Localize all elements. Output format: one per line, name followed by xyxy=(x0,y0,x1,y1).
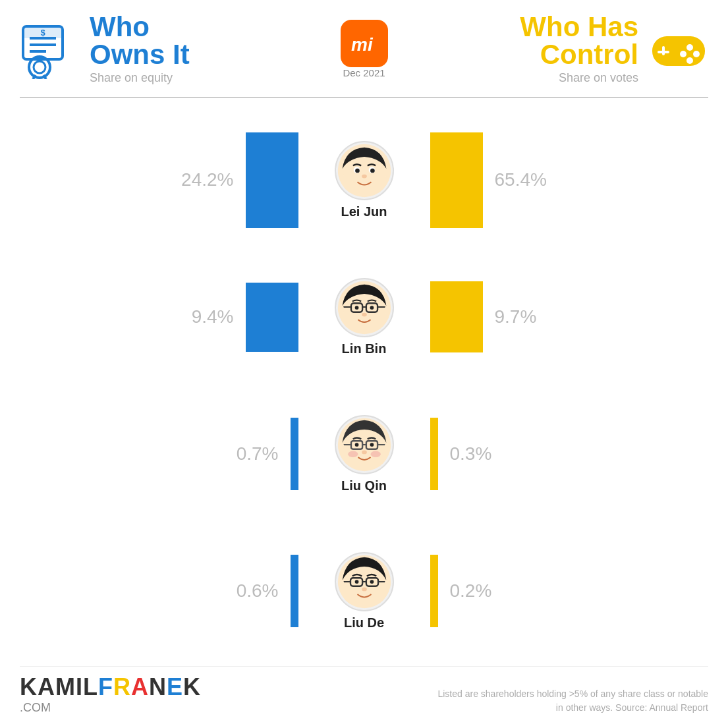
svg-rect-13 xyxy=(658,51,669,53)
chart-area: 24.2%Lei Jun65.4%9.4%Lin Bin9.7%0.7%Liu … xyxy=(20,105,708,666)
votes-pct: 0.3% xyxy=(450,443,503,464)
right-title-line1: Who Has xyxy=(520,13,638,41)
page-container: $ Who Owns It Share on equity mi Dec 202… xyxy=(0,0,728,728)
votes-bar xyxy=(430,555,438,627)
person-name: Liu De xyxy=(344,615,384,630)
brand-logo: KAMILFRANEK .COM xyxy=(20,673,201,715)
equity-pct: 24.2% xyxy=(181,169,234,190)
left-side: 0.6% xyxy=(20,555,305,627)
left-side: 0.7% xyxy=(20,418,305,490)
person-col: Liu Qin xyxy=(305,415,424,493)
footer: KAMILFRANEK .COM Listed are shareholders… xyxy=(20,666,708,715)
votes-pct: 65.4% xyxy=(495,169,547,190)
mi-logo: mi xyxy=(341,20,388,67)
person-name: Lin Bin xyxy=(342,341,387,356)
left-title-line2: Owns It xyxy=(90,41,190,69)
equity-bar xyxy=(246,132,298,228)
svg-point-16 xyxy=(680,51,686,57)
footer-note: Listed are shareholders holding >5% of a… xyxy=(432,687,708,715)
votes-bar xyxy=(430,132,483,228)
person-col: Lei Jun xyxy=(305,141,424,219)
avatar xyxy=(335,415,394,474)
person-name: Lei Jun xyxy=(341,204,387,219)
equity-bar xyxy=(291,555,298,627)
left-title-block: Who Owns It Share on equity xyxy=(90,13,190,85)
right-title-block: Who Has Control Share on votes xyxy=(520,13,638,85)
mi-logo-block: mi Dec 2021 xyxy=(341,20,388,78)
equity-pct: 0.6% xyxy=(226,580,279,602)
svg-text:mi: mi xyxy=(351,34,374,55)
right-side: 0.2% xyxy=(424,555,709,627)
avatar xyxy=(335,278,394,337)
brand-com: .COM xyxy=(20,701,51,714)
chart-row: 24.2%Lei Jun65.4% xyxy=(20,123,708,238)
chart-row: 0.7%Liu Qin0.3% xyxy=(20,397,708,512)
header: $ Who Owns It Share on equity mi Dec 202… xyxy=(20,13,708,98)
votes-pct: 9.7% xyxy=(495,306,547,327)
avatar xyxy=(335,552,394,611)
chart-row: 9.4%Lin Bin9.7% xyxy=(20,260,708,375)
svg-point-14 xyxy=(686,44,693,51)
person-name: Liu Qin xyxy=(341,478,387,493)
gamepad-icon xyxy=(649,20,708,79)
equity-pct: 9.4% xyxy=(181,306,234,327)
svg-point-15 xyxy=(693,51,700,57)
certificate-icon: $ xyxy=(20,20,79,79)
votes-bar xyxy=(430,418,438,490)
svg-text:$: $ xyxy=(40,28,45,38)
left-side: 24.2% xyxy=(20,132,305,228)
svg-point-17 xyxy=(686,57,693,64)
right-title-line2: Control xyxy=(520,41,638,69)
person-col: Lin Bin xyxy=(305,278,424,356)
equity-bar xyxy=(246,283,298,352)
votes-pct: 0.2% xyxy=(450,580,503,602)
equity-pct: 0.7% xyxy=(226,443,279,464)
left-side: 9.4% xyxy=(20,283,305,352)
right-side: 0.3% xyxy=(424,418,709,490)
left-subtitle: Share on equity xyxy=(90,71,190,85)
right-side: 9.7% xyxy=(424,281,709,352)
mi-date: Dec 2021 xyxy=(343,67,385,78)
person-col: Liu De xyxy=(305,552,424,630)
avatar xyxy=(335,141,394,200)
right-subtitle: Share on votes xyxy=(520,71,638,85)
header-right: Who Has Control Share on votes xyxy=(414,13,709,85)
votes-bar xyxy=(430,281,483,352)
left-title-line1: Who xyxy=(90,13,190,41)
svg-point-7 xyxy=(34,61,45,73)
right-side: 65.4% xyxy=(424,132,709,228)
header-left: $ Who Owns It Share on equity xyxy=(20,13,314,85)
equity-bar xyxy=(291,418,298,490)
chart-row: 0.6%Liu De0.2% xyxy=(20,534,708,649)
